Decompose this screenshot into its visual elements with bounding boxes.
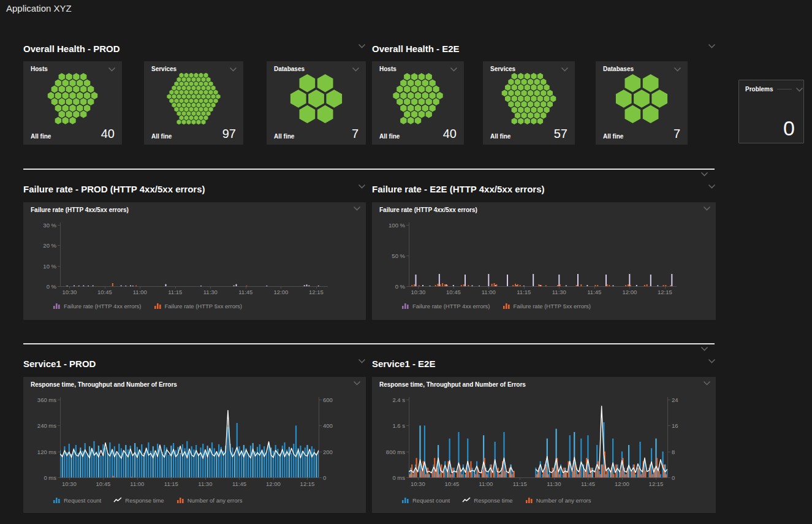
health-tile-services-prod[interactable]: Services All fine97 <box>144 61 243 145</box>
tile-count: 40 <box>443 127 457 140</box>
tile-status: All fine <box>603 133 623 140</box>
legend-item[interactable]: Number of any errors <box>525 495 591 506</box>
tile-status: All fine <box>379 133 400 140</box>
problems-count: 0 <box>783 116 795 140</box>
chevron-down-icon[interactable] <box>561 67 569 72</box>
section-title: Service1 - PROD <box>23 359 96 369</box>
x-tick-mark <box>452 478 452 480</box>
x-tick-label: 12:15 <box>303 289 330 295</box>
section-heading-service-prod: Service1 - PROD <box>23 359 366 371</box>
chevron-down-icon[interactable] <box>674 67 681 72</box>
legend-item[interactable]: Request count <box>53 495 101 506</box>
bars-icon <box>53 300 64 311</box>
chevron-down-icon[interactable] <box>358 184 366 189</box>
line-icon <box>462 495 474 506</box>
tile-title: Hosts <box>31 66 48 72</box>
tile-status: All fine <box>31 133 51 140</box>
chart-plot[interactable]: 360 ms240 ms120 ms0 ms600400200010:3010:… <box>23 377 366 513</box>
chevron-down-icon[interactable] <box>708 184 716 189</box>
tile-status: All fine <box>274 133 294 140</box>
y-tick-label-right: 0 <box>323 474 354 481</box>
chart-plot[interactable]: 100 %50 %0 %10:3010:4511:0011:1511:3011:… <box>372 202 716 320</box>
chart-canvas[interactable] <box>409 222 677 286</box>
health-tile-hosts-prod[interactable]: Hosts All fine40 <box>23 61 122 145</box>
legend-item[interactable]: Failure rate (HTTP 4xx errors) <box>53 300 142 311</box>
tile-title: Databases <box>274 66 305 72</box>
y-tick-label-right: 400 <box>323 422 354 429</box>
legend-label: Failure rate (HTTP 4xx errors) <box>412 303 490 309</box>
y-tick-mark <box>319 452 322 452</box>
x-tick-label: 12:15 <box>294 480 321 487</box>
y-tick-label-right: 600 <box>323 397 354 403</box>
hexagon-grid <box>26 72 119 125</box>
chevron-down-icon[interactable] <box>700 172 708 177</box>
chevron-down-icon[interactable] <box>795 87 803 92</box>
x-tick-mark <box>137 478 138 480</box>
chart-panel-failure-e2e: Failure rate (HTTP 4xx/5xx errors) 100 %… <box>372 202 716 320</box>
y-tick-label: 50 % <box>374 253 405 259</box>
bars-icon <box>176 495 188 506</box>
x-tick-label: 11:00 <box>472 480 499 487</box>
chevron-down-icon[interactable] <box>708 44 716 48</box>
problems-tile[interactable]: Problems 0 <box>738 80 804 143</box>
y-tick-label: 800 ms <box>374 449 405 455</box>
health-tile-databases-prod[interactable]: Databases All fine7 <box>267 61 366 145</box>
legend-item[interactable]: Number of any errors <box>176 495 243 506</box>
legend-item[interactable]: Response time <box>462 495 512 506</box>
y-tick-label: 10 % <box>26 263 56 270</box>
legend-label: Request count <box>64 497 101 504</box>
y-tick-label-right: 8 <box>672 449 702 455</box>
chevron-down-icon[interactable] <box>352 67 360 72</box>
chevron-down-icon[interactable] <box>450 67 458 72</box>
legend-item[interactable]: Failure rate (HTTP 4xx errors) <box>401 300 490 311</box>
chevron-down-icon[interactable] <box>708 359 716 363</box>
health-tile-databases-e2e[interactable]: Databases All fine7 <box>596 61 688 145</box>
page-title: Application XYZ <box>6 3 72 13</box>
legend-item[interactable]: Response time <box>113 495 164 506</box>
legend-item[interactable]: Request count <box>401 495 450 506</box>
x-tick-label: 11:15 <box>157 480 184 487</box>
chart-plot[interactable]: 2.4 s1.6 s800 ms0 ms24168010:3010:4511:0… <box>372 377 716 513</box>
y-tick-label: 30 % <box>26 222 56 229</box>
legend-item[interactable]: Failure rate (HTTP 5xx errors) <box>503 300 591 311</box>
y-tick-label-right: 16 <box>672 422 702 429</box>
chevron-down-icon[interactable] <box>358 44 366 48</box>
legend-label: Request count <box>412 497 450 504</box>
x-tick-label: 11:45 <box>581 289 608 295</box>
y-axis-line-right <box>319 397 319 477</box>
health-tile-hosts-e2e[interactable]: Hosts All fine40 <box>372 61 464 145</box>
y-tick-label: 1.6 s <box>374 422 405 429</box>
chart-canvas[interactable] <box>60 222 328 286</box>
chart-canvas[interactable] <box>409 397 667 477</box>
x-tick-mark <box>307 478 308 480</box>
tile-title: Databases <box>603 66 634 72</box>
hexagon-grid <box>270 72 363 125</box>
hexagon-grid <box>599 72 685 125</box>
chart-plot[interactable]: 30 %20 %10 %0 %10:3010:4511:0011:1511:30… <box>23 202 366 320</box>
legend-item[interactable]: Failure rate (HTTP 5xx errors) <box>154 300 243 311</box>
chevron-down-icon[interactable] <box>108 67 116 72</box>
chevron-down-icon[interactable] <box>358 359 366 363</box>
health-tile-services-e2e[interactable]: Services All fine57 <box>483 61 575 145</box>
hexagon-grid <box>375 72 461 125</box>
tile-title: Hosts <box>379 66 397 72</box>
chevron-down-icon[interactable] <box>700 346 708 351</box>
legend-label: Number of any errors <box>188 497 243 504</box>
section-title: Overall Health - PROD <box>23 44 120 54</box>
chevron-down-icon[interactable] <box>229 67 237 72</box>
x-tick-label: 11:45 <box>226 480 252 487</box>
chart-canvas[interactable] <box>60 397 319 477</box>
x-axis-line <box>60 286 328 287</box>
legend-label: Number of any errors <box>536 497 591 504</box>
y-tick-label: 2.4 s <box>374 397 405 403</box>
x-tick-label: 12:15 <box>642 480 669 487</box>
x-tick-mark <box>554 478 555 480</box>
x-tick-label: 11:45 <box>574 480 601 487</box>
x-tick-mark <box>656 478 656 480</box>
bars-icon <box>53 495 64 506</box>
y-tick-label: 100 % <box>374 222 405 229</box>
section-heading-health-e2e: Overall Health - E2E <box>372 44 716 56</box>
y-tick-label: 240 ms <box>26 422 56 429</box>
y-tick-mark <box>319 477 322 478</box>
y-tick-mark <box>319 400 322 400</box>
